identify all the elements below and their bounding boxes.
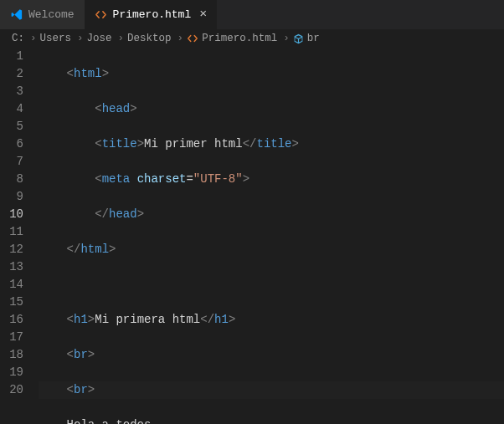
line-number: 18 [0, 346, 23, 364]
line-number: 19 [0, 364, 23, 381]
editor[interactable]: 1 2 3 4 5 6 7 8 9 10 11 12 13 14 15 16 1… [0, 48, 504, 424]
crumb-symbol[interactable]: br [293, 33, 320, 44]
tab-welcome-label: Welcome [28, 8, 75, 21]
tab-primero[interactable]: Primero.html × [85, 0, 218, 29]
crumb-c[interactable]: C:› [12, 33, 39, 44]
code-content[interactable]: <html> <head> <title>Mi primer html</tit… [39, 48, 504, 424]
line-number: 9 [0, 188, 23, 206]
line-number: 1 [0, 48, 23, 65]
line-number: 12 [0, 241, 23, 258]
close-icon[interactable]: × [199, 8, 207, 21]
line-number-gutter: 1 2 3 4 5 6 7 8 9 10 11 12 13 14 15 16 1… [0, 48, 39, 424]
line-number: 3 [0, 83, 23, 100]
tab-primero-label: Primero.html [113, 8, 192, 21]
chevron-right-icon: › [280, 33, 292, 44]
line-number: 8 [0, 171, 23, 188]
chevron-right-icon: › [175, 33, 187, 44]
breadcrumb: C:› Users› Jose› Desktop› Primero.html› … [0, 29, 504, 48]
line-number: 6 [0, 135, 23, 153]
line-number: 20 [0, 381, 23, 399]
line-number: 11 [0, 223, 23, 241]
line-number: 7 [0, 153, 23, 171]
line-number: 14 [0, 276, 23, 294]
code-icon [187, 33, 198, 44]
line-number: 16 [0, 311, 23, 329]
cube-icon [293, 33, 304, 44]
line-number: 5 [0, 118, 23, 135]
line-number: 4 [0, 100, 23, 118]
code-icon [95, 8, 108, 21]
line-number: 13 [0, 258, 23, 276]
line-number: 2 [0, 65, 23, 83]
line-number: 15 [0, 294, 23, 311]
crumb-desktop[interactable]: Desktop› [127, 33, 186, 44]
tab-welcome[interactable]: Welcome [0, 0, 85, 29]
chevron-right-icon: › [75, 33, 86, 44]
chevron-right-icon: › [116, 33, 127, 44]
line-number: 10 [0, 206, 23, 223]
crumb-users[interactable]: Users› [40, 33, 86, 44]
tab-bar: Welcome Primero.html × [0, 0, 504, 29]
crumb-jose[interactable]: Jose› [87, 33, 127, 44]
vscode-icon [10, 8, 23, 22]
line-number: 17 [0, 329, 23, 346]
crumb-file[interactable]: Primero.html› [187, 33, 292, 44]
chevron-right-icon: › [28, 33, 39, 44]
